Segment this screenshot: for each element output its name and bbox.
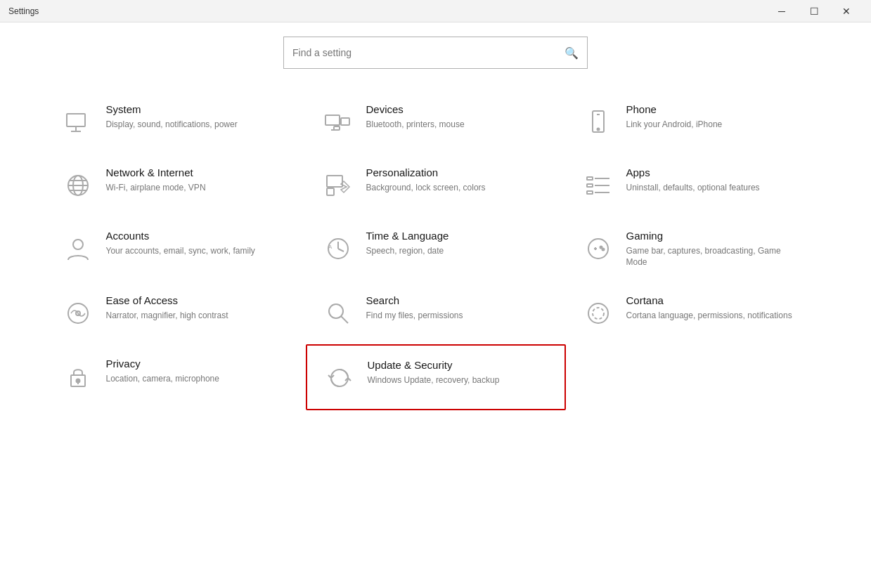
setting-item-cortana[interactable]: Cortana Cortana language, permissions, n… xyxy=(566,281,826,344)
svg-point-32 xyxy=(602,249,604,251)
search-input[interactable] xyxy=(292,47,564,58)
cortana-text: Cortana Cortana language, permissions, n… xyxy=(626,294,792,321)
setting-item-devices[interactable]: Devices Bluetooth, printers, mouse xyxy=(306,90,566,153)
ease-desc: Narrator, magnifier, high contrast xyxy=(106,310,228,322)
devices-title: Devices xyxy=(366,103,465,117)
personalization-title: Personalization xyxy=(366,166,486,180)
network-title: Network & Internet xyxy=(106,166,206,180)
privacy-text: Privacy Location, camera, microphone xyxy=(106,357,219,384)
close-button[interactable]: ✕ xyxy=(830,0,863,22)
setting-item-gaming[interactable]: Gaming Game bar, captures, broadcasting,… xyxy=(566,216,826,281)
accounts-title: Accounts xyxy=(106,229,255,243)
phone-title: Phone xyxy=(626,103,723,117)
update-desc: Windows Update, recovery, backup xyxy=(368,374,500,386)
time-icon: A xyxy=(320,230,356,267)
svg-point-40 xyxy=(76,379,79,383)
svg-rect-15 xyxy=(327,176,342,187)
time-title: Time & Language xyxy=(366,229,449,243)
svg-rect-3 xyxy=(325,115,340,125)
gaming-title: Gaming xyxy=(626,229,795,243)
gaming-text: Gaming Game bar, captures, broadcasting,… xyxy=(626,229,795,268)
maximize-button[interactable]: ☐ xyxy=(798,0,830,22)
update-title: Update & Security xyxy=(368,358,500,372)
devices-desc: Bluetooth, printers, mouse xyxy=(366,119,465,131)
content: 🔍 System Display, sound, notifications, … xyxy=(0,22,871,424)
setting-item-system[interactable]: System Display, sound, notifications, po… xyxy=(46,90,306,153)
search-icon xyxy=(320,295,356,332)
search-bar[interactable]: 🔍 xyxy=(283,37,588,69)
svg-rect-4 xyxy=(341,118,349,125)
personalization-text: Personalization Background, lock screen,… xyxy=(366,166,486,193)
privacy-icon xyxy=(60,358,96,395)
system-title: System xyxy=(106,103,238,117)
phone-text: Phone Link your Android, iPhone xyxy=(626,103,723,130)
system-desc: Display, sound, notifications, power xyxy=(106,119,238,131)
ease-title: Ease of Access xyxy=(106,294,228,308)
setting-item-privacy[interactable]: Privacy Location, camera, microphone xyxy=(46,344,306,410)
svg-rect-19 xyxy=(587,184,593,187)
privacy-title: Privacy xyxy=(106,357,219,371)
cortana-desc: Cortana language, permissions, notificat… xyxy=(626,310,792,322)
svg-point-38 xyxy=(593,308,604,319)
update-text: Update & Security Windows Update, recove… xyxy=(368,358,500,386)
time-desc: Speech, region, date xyxy=(366,245,449,257)
phone-desc: Link your Android, iPhone xyxy=(626,119,723,131)
personalization-icon xyxy=(320,167,356,204)
cortana-title: Cortana xyxy=(626,294,792,308)
title-bar-controls: ─ ☐ ✕ xyxy=(766,0,863,22)
devices-text: Devices Bluetooth, printers, mouse xyxy=(366,103,465,130)
search-text: Search Find my files, permissions xyxy=(366,294,463,321)
window-title: Settings xyxy=(8,6,39,16)
setting-item-network[interactable]: Network & Internet Wi-Fi, airplane mode,… xyxy=(46,153,306,216)
settings-grid: System Display, sound, notifications, po… xyxy=(46,90,826,410)
svg-rect-0 xyxy=(67,114,85,126)
setting-item-phone[interactable]: Phone Link your Android, iPhone xyxy=(566,90,826,153)
network-text: Network & Internet Wi-Fi, airplane mode,… xyxy=(106,166,206,193)
apps-desc: Uninstall, defaults, optional features xyxy=(626,182,760,194)
time-text: Time & Language Speech, region, date xyxy=(366,229,449,256)
search-desc: Find my files, permissions xyxy=(366,310,463,322)
setting-item-apps[interactable]: Apps Uninstall, defaults, optional featu… xyxy=(566,153,826,216)
svg-point-37 xyxy=(588,303,608,323)
svg-rect-21 xyxy=(587,191,593,194)
personalization-desc: Background, lock screen, colors xyxy=(366,182,486,194)
setting-item-accounts[interactable]: Accounts Your accounts, email, sync, wor… xyxy=(46,216,306,281)
svg-line-26 xyxy=(338,249,344,251)
gaming-icon xyxy=(580,230,617,267)
svg-rect-16 xyxy=(327,188,334,195)
accounts-icon xyxy=(60,230,96,267)
apps-title: Apps xyxy=(626,166,760,180)
network-icon xyxy=(60,167,96,204)
gaming-desc: Game bar, captures, broadcasting, Game M… xyxy=(626,245,795,269)
apps-icon xyxy=(580,167,617,204)
title-bar: Settings ─ ☐ ✕ xyxy=(0,0,871,22)
devices-icon xyxy=(320,104,356,141)
update-icon xyxy=(321,360,358,396)
accounts-desc: Your accounts, email, sync, work, family xyxy=(106,245,255,257)
setting-item-update[interactable]: Update & Security Windows Update, recove… xyxy=(306,344,566,410)
privacy-desc: Location, camera, microphone xyxy=(106,373,219,385)
cortana-icon xyxy=(580,295,617,332)
setting-item-search[interactable]: Search Find my files, permissions xyxy=(306,281,566,344)
system-icon xyxy=(60,104,96,141)
svg-point-28 xyxy=(588,239,608,259)
setting-item-ease[interactable]: Ease of Access Narrator, magnifier, high… xyxy=(46,281,306,344)
svg-point-31 xyxy=(600,247,602,249)
svg-text:A: A xyxy=(328,244,333,250)
system-text: System Display, sound, notifications, po… xyxy=(106,103,238,130)
minimize-button[interactable]: ─ xyxy=(766,0,798,22)
phone-icon xyxy=(580,104,617,141)
search-icon: 🔍 xyxy=(564,46,579,60)
setting-item-time[interactable]: A Time & Language Speech, region, date xyxy=(306,216,566,281)
svg-rect-17 xyxy=(587,177,593,180)
svg-point-9 xyxy=(597,129,599,131)
network-desc: Wi-Fi, airplane mode, VPN xyxy=(106,182,206,194)
search-title: Search xyxy=(366,294,463,308)
svg-line-36 xyxy=(341,316,348,323)
setting-item-personalization[interactable]: Personalization Background, lock screen,… xyxy=(306,153,566,216)
ease-icon xyxy=(60,295,96,332)
svg-point-23 xyxy=(73,240,83,249)
ease-text: Ease of Access Narrator, magnifier, high… xyxy=(106,294,228,321)
accounts-text: Accounts Your accounts, email, sync, wor… xyxy=(106,229,255,256)
apps-text: Apps Uninstall, defaults, optional featu… xyxy=(626,166,760,193)
